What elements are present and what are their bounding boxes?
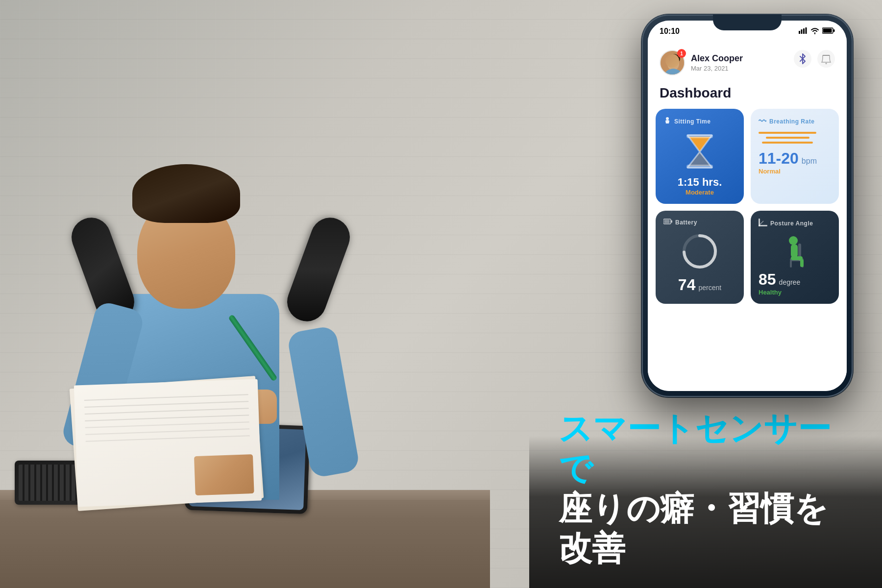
degree-unit: degree (779, 278, 801, 286)
notification-badge: 1 (677, 49, 686, 58)
svg-rect-0 (799, 31, 800, 34)
battery-value: 74 (678, 276, 696, 294)
main-text-line2: 座りの癖・習慣を改善 (559, 489, 853, 568)
svg-rect-27 (790, 261, 792, 268)
svg-point-9 (667, 57, 679, 71)
battery-card[interactable]: Battery 74 (656, 211, 744, 304)
app-header: 1 Alex Cooper Mar 23, 2021 (648, 42, 847, 81)
sitting-time-sub: Moderate (663, 189, 736, 196)
svg-rect-24 (759, 219, 760, 226)
wifi-icon (810, 27, 819, 36)
svg-rect-2 (803, 28, 805, 34)
dashboard-title: Dashboard (648, 81, 847, 109)
book-page-front (74, 379, 262, 507)
main-text-line1-text: スマートセンサーで (559, 410, 831, 487)
posture-angle-sub: Healthy (759, 289, 831, 296)
sitting-time-label: Sitting Time (663, 117, 736, 126)
wind-line-1 (759, 132, 816, 134)
battery-unit: percent (698, 284, 721, 292)
svg-point-29 (789, 236, 798, 245)
battery-value-row: 74 percent (663, 276, 736, 294)
user-date: Mar 23, 2021 (691, 65, 743, 72)
person-hair (132, 164, 240, 223)
svg-rect-20 (664, 220, 670, 223)
svg-rect-1 (801, 29, 803, 34)
bottom-text-overlay: スマートセンサーで 座りの癖・習慣を改善 (529, 436, 882, 588)
svg-marker-14 (689, 137, 710, 151)
svg-point-13 (666, 117, 669, 120)
svg-rect-19 (671, 220, 673, 223)
svg-rect-32 (800, 259, 804, 267)
breathing-rate-card[interactable]: Breathing Rate 11-20 bpm Normal (751, 109, 839, 204)
svg-marker-15 (689, 151, 710, 166)
status-battery-icon (822, 27, 835, 35)
svg-rect-3 (806, 27, 807, 34)
sitting-icon (663, 117, 671, 126)
status-time: 10:10 (660, 27, 680, 36)
phone-frame: 10:10 (642, 15, 853, 397)
svg-point-12 (826, 63, 827, 64)
user-info: Alex Cooper Mar 23, 2021 (691, 53, 743, 72)
phone-notch (713, 15, 782, 30)
notification-button[interactable] (817, 50, 835, 68)
posture-angle-card[interactable]: Posture Angle (751, 211, 839, 304)
phone-mockup: 10:10 (642, 15, 853, 397)
bluetooth-button[interactable] (794, 50, 811, 68)
app-content: 1 Alex Cooper Mar 23, 2021 (648, 42, 847, 391)
svg-rect-17 (686, 165, 713, 169)
hourglass-icon (680, 132, 719, 171)
breathing-value-row: 11-20 bpm (759, 149, 831, 168)
breathing-rate-value: 11-20 (759, 149, 799, 168)
battery-card-icon (663, 219, 672, 226)
svg-rect-16 (686, 134, 713, 138)
person-photo-area (0, 0, 539, 588)
wind-line-2 (766, 137, 809, 139)
sitting-time-value: 1:15 hrs. (663, 176, 736, 189)
book-on-desk (74, 377, 270, 505)
posture-figure (759, 234, 831, 268)
bpm-unit: bpm (802, 157, 817, 166)
breathing-rate-sub: Normal (759, 168, 831, 175)
battery-circle (680, 232, 719, 271)
battery-label: Battery (663, 219, 736, 226)
main-text-line1: スマートセンサーで (559, 409, 853, 489)
posture-angle-label: Posture Angle (759, 219, 831, 228)
wearable-device-right (282, 212, 355, 327)
book-image (194, 454, 254, 495)
person-right-arm (287, 325, 361, 479)
svg-rect-6 (823, 29, 832, 33)
sitting-time-card[interactable]: Sitting Time (656, 109, 744, 204)
avatar-container: 1 (660, 50, 685, 75)
posture-angle-value: 85 (759, 270, 776, 289)
posture-icon (759, 219, 767, 228)
signal-icon (799, 27, 808, 35)
svg-rect-5 (833, 29, 835, 32)
posture-value-row: 85 degree (759, 270, 831, 289)
breathing-rate-label: Breathing Rate (759, 117, 831, 126)
status-icons (799, 27, 835, 36)
svg-rect-30 (791, 245, 798, 257)
breathing-icon (759, 117, 766, 126)
wind-line-3 (762, 142, 813, 144)
user-section: 1 Alex Cooper Mar 23, 2021 (660, 50, 743, 75)
dashboard-grid: Sitting Time (648, 109, 847, 304)
header-actions (794, 50, 835, 68)
user-name: Alex Cooper (691, 53, 743, 64)
phone-screen: 10:10 (648, 21, 847, 391)
wind-lines (759, 132, 831, 144)
